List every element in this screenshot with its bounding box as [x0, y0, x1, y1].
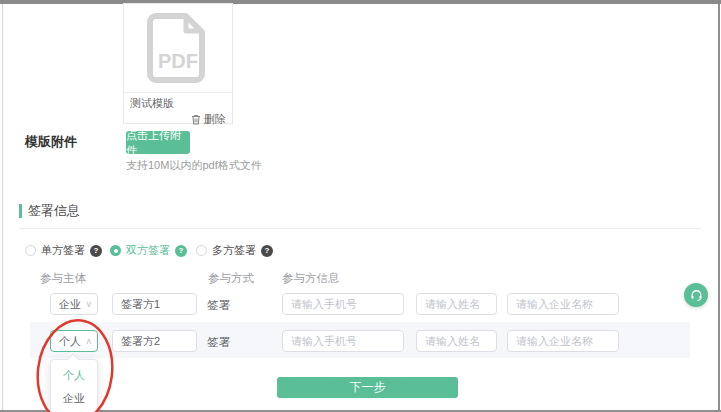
person-name-field-row2	[416, 330, 497, 352]
company-field-row1	[507, 293, 619, 315]
person-name-input[interactable]	[416, 330, 497, 352]
person-name-field-row1	[416, 293, 497, 315]
pdf-preview-zone: PDF	[124, 4, 232, 93]
sign-info-section-header: 签署信息	[19, 202, 80, 220]
radio-circle-unchecked[interactable]	[25, 245, 36, 256]
pdf-card-footer: 测试模版 删除	[124, 93, 232, 129]
signer-name-field-row2	[112, 330, 197, 352]
column-header-subject: 参与主体	[40, 271, 86, 286]
company-input[interactable]	[507, 330, 619, 352]
question-help-icon[interactable]: ?	[175, 245, 187, 257]
section-title-text: 签署信息	[28, 202, 80, 220]
trash-icon	[191, 114, 201, 125]
dropdown-option-company[interactable]: 企业	[51, 387, 97, 410]
customer-service-button[interactable]	[684, 283, 708, 307]
radio-multi-party-sign[interactable]: 多方签署 ?	[196, 243, 273, 258]
radio-circle-unchecked[interactable]	[196, 245, 207, 256]
radio-two-party-sign[interactable]: 双方签署 ?	[110, 243, 187, 258]
subject-dropdown-panel: 个人 企业	[50, 359, 98, 412]
question-help-icon[interactable]: ?	[90, 245, 102, 257]
attachment-field-label: 模版附件	[25, 133, 77, 151]
upload-attachment-button[interactable]: 点击上传附件	[126, 131, 190, 154]
signer-name-input[interactable]	[112, 293, 197, 315]
company-input[interactable]	[507, 293, 619, 315]
radio-label: 双方签署	[126, 243, 170, 258]
pdf-file-icon: PDF	[146, 12, 210, 84]
chevron-down-icon: ∨	[85, 300, 92, 309]
next-step-button[interactable]: 下一步	[277, 377, 458, 398]
subject-select-value: 企业	[59, 297, 81, 312]
phone-input[interactable]	[282, 330, 404, 352]
phone-field-row1	[282, 293, 404, 315]
signer-name-input[interactable]	[112, 330, 197, 352]
radio-single-sign[interactable]: 单方签署 ?	[25, 243, 102, 258]
template-edit-page: PDF 测试模版 删除 模版附件 点击上传附件 支持10M以内的pdf格式文件 …	[0, 0, 721, 412]
subject-select-row1[interactable]: 企业 ∨	[50, 293, 98, 315]
radio-label: 多方签署	[212, 243, 256, 258]
phone-field-row2	[282, 330, 404, 352]
question-help-icon[interactable]: ?	[261, 245, 273, 257]
phone-input[interactable]	[282, 293, 404, 315]
file-name: 测试模版	[130, 96, 226, 110]
column-header-info: 参与方信息	[282, 271, 340, 286]
person-name-input[interactable]	[416, 293, 497, 315]
section-accent-bar	[19, 204, 22, 218]
svg-text:PDF: PDF	[158, 50, 198, 72]
delete-file-button[interactable]: 删除	[130, 112, 226, 127]
subject-select-row2[interactable]: 个人 ∧	[50, 330, 98, 352]
headset-icon	[690, 289, 703, 302]
chevron-up-icon: ∧	[85, 337, 92, 346]
delete-label: 删除	[204, 112, 226, 127]
company-field-row2	[507, 330, 619, 352]
radio-circle-checked[interactable]	[110, 245, 121, 256]
radio-label: 单方签署	[41, 243, 85, 258]
dropdown-option-person[interactable]: 个人	[51, 364, 97, 387]
section-divider	[19, 228, 701, 229]
signer-name-field-row1	[112, 293, 197, 315]
sign-mode-cell-row1: 签署	[207, 298, 230, 313]
uploaded-file-card: PDF 测试模版 删除	[123, 3, 233, 124]
page-border-left	[2, 4, 3, 412]
page-border-right	[718, 4, 720, 412]
subject-select-value: 个人	[59, 334, 81, 349]
sign-mode-cell-row2: 签署	[207, 335, 230, 350]
upload-hint-text: 支持10M以内的pdf格式文件	[126, 158, 262, 173]
column-header-mode: 参与方式	[208, 271, 254, 286]
window-top-bar	[0, 0, 721, 4]
